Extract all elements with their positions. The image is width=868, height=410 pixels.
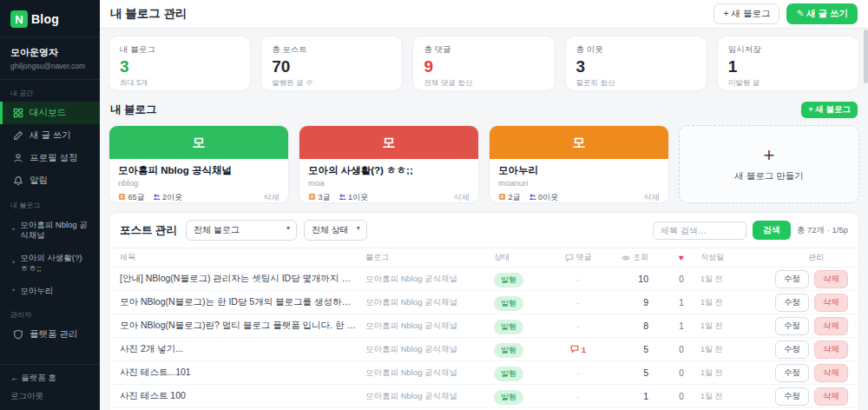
new-post-button[interactable]: ✎ 새 글 쓰기 (786, 3, 858, 24)
sidebar-blog-label: 모아홈피 Nblog 공식채널 (20, 220, 89, 241)
section-label-myspace: 내 공간 (0, 80, 100, 102)
posts-total-label: 총 72개 · 1/5p (797, 225, 848, 236)
topbar-actions: + 새 블로그 ✎ 새 글 쓰기 (713, 3, 858, 24)
new-blog-small-button[interactable]: + 새 블로그 (801, 102, 858, 118)
posts-title: 포스트 관리 (120, 223, 177, 238)
sidebar-item-notifications[interactable]: 알림 (0, 169, 100, 192)
post-likes: 0 (662, 345, 700, 354)
post-status: 발행 (494, 341, 548, 358)
post-likes: 1 (662, 298, 700, 308)
app-root: N Blog 모아운영자 ghiljongsu@naver.com 내 공간 대… (0, 0, 868, 410)
platform-home-link[interactable]: ← 플랫폼 홈 (10, 373, 89, 384)
edit-button[interactable]: 수정 (775, 270, 809, 288)
neighbors-count: 2이웃 (153, 192, 183, 203)
sidebar-blog-item-2[interactable]: • 모아의 사생활(?) ㅎㅎ;; (0, 247, 100, 280)
table-row: 모아 NBlog(N블로그)는 한 ID당 5개의 블로그를 생성하실수 있습니… (109, 290, 858, 314)
blog-banner: 모 (299, 126, 478, 159)
blog-banner: 모 (490, 126, 668, 159)
post-date: 1일 전 (700, 321, 756, 332)
delete-button[interactable]: 삭제 (814, 294, 848, 312)
content: 내 블로그 3 최대 5개 총 포스트 70 발행된 글 수 총 댓글 9 전체… (100, 29, 868, 410)
post-title[interactable]: 모아 NBlog(N블로그)란? 멀티 블로그 플랫폼 입니다. 한 사람이 여… (120, 320, 365, 332)
blog-filter-value: 전체 블로그 (194, 225, 240, 235)
blog-delete-link[interactable]: 삭제 (264, 192, 279, 203)
post-views: 5 (608, 344, 662, 354)
search-input[interactable] (653, 222, 746, 240)
bullet-icon: • (12, 258, 15, 268)
post-date: 1일 전 (700, 274, 756, 285)
edit-button[interactable]: 수정 (775, 294, 809, 312)
stat-label: 총 포스트 (272, 44, 391, 56)
stat-card-total-comments: 총 댓글 9 전체 댓글 합산 (412, 36, 555, 91)
plus-icon: + (764, 146, 775, 165)
scrollbar[interactable] (864, 30, 868, 410)
sidebar-item-profile-settings[interactable]: 프로필 설정 (0, 147, 100, 169)
blog-delete-link[interactable]: 삭제 (454, 192, 470, 203)
section-label-admin: 관리자 (0, 301, 100, 323)
post-blog: 모아홈피 Nblog 공식채널 (365, 367, 494, 379)
scrollbar-thumb[interactable] (864, 30, 868, 83)
blog-card-1[interactable]: 모 모아홈피 Nblog 공식채널 nblog 65글 2이웃 삭제 (108, 125, 289, 203)
blog-card-3[interactable]: 모 모아누리 moanuri 2글 0이웃 삭제 (489, 125, 669, 203)
posts-count: 2글 (498, 192, 521, 203)
post-title[interactable]: 사진 테스트 100 (120, 390, 365, 402)
delete-button[interactable]: 삭제 (814, 387, 848, 406)
edit-button[interactable]: 수정 (775, 364, 809, 382)
post-title[interactable]: [안내] NBlog(N블로그) 관리자는 셋팅시 ID당 몇개까지 블로그를 … (120, 273, 365, 285)
col-manage: 관리 (756, 252, 848, 263)
post-comments: - (548, 321, 608, 331)
sidebar-item-platform-admin[interactable]: 플랫폼 관리 (0, 323, 100, 346)
app-logo[interactable]: N Blog (0, 0, 100, 37)
edit-button[interactable]: 수정 (775, 317, 809, 335)
chevron-down-icon: ▾ (286, 224, 290, 232)
bell-icon (13, 175, 23, 186)
blog-delete-link[interactable]: 삭제 (644, 192, 660, 203)
post-title[interactable]: 사진 2개 넣기... (120, 343, 365, 355)
post-comments: - (548, 274, 608, 284)
delete-button[interactable]: 삭제 (814, 270, 848, 288)
post-date: 1일 전 (700, 344, 756, 355)
comment-icon (570, 345, 579, 354)
post-status: 발행 (494, 387, 548, 405)
col-comments: 댓글 (548, 252, 608, 263)
logout-link[interactable]: 로그아웃 (10, 391, 89, 402)
sidebar-item-dashboard[interactable]: 대시보드 (0, 102, 100, 124)
delete-button[interactable]: 삭제 (814, 364, 848, 382)
blog-filter-select[interactable]: 전체 블로그 ▾ (186, 220, 297, 241)
stat-card-drafts: 임시저장 1 미발행 글 (717, 36, 859, 91)
post-status: 발행 (494, 294, 548, 311)
create-blog-card[interactable]: + 새 블로그 만들기 (679, 125, 859, 203)
col-status: 상태 (494, 252, 548, 263)
posts-table-header: 제목 블로그 상태 댓글 조회 ♥ 작성일 관리 (109, 248, 858, 267)
blog-card-2[interactable]: 모 모아의 사생활(?) ㅎㅎ;; moa 3글 1이웃 삭제 (299, 125, 479, 203)
sidebar-footer: ← 플랫폼 홈 로그아웃 (0, 364, 100, 410)
post-blog: 모아홈피 Nblog 공식채널 (365, 274, 494, 285)
blog-initial: 모 (573, 135, 586, 151)
post-title[interactable]: 사진 테스트...101 (120, 367, 365, 379)
blog-card-footer: 3글 1이웃 삭제 (308, 192, 470, 203)
status-badge: 발행 (494, 367, 523, 381)
col-views: 조회 (608, 252, 662, 263)
sidebar-item-label: 플랫폼 관리 (30, 328, 77, 341)
sidebar-item-new-post[interactable]: 새 글 쓰기 (0, 124, 100, 147)
post-date: 1일 전 (700, 367, 756, 379)
post-likes: 0 (662, 274, 700, 284)
edit-button[interactable]: 수정 (775, 387, 809, 406)
new-blog-button[interactable]: + 새 블로그 (713, 3, 779, 24)
sidebar-blog-item-3[interactable]: • 모아누리 (0, 280, 100, 302)
delete-button[interactable]: 삭제 (814, 341, 848, 359)
post-manage: 수정 삭제 (756, 317, 848, 335)
blog-name: 모아홈피 Nblog 공식채널 (118, 164, 279, 177)
post-title[interactable]: 모아 NBlog(N블로그)는 한 ID당 5개의 블로그를 생성하실수 있습니… (120, 296, 365, 308)
table-row: 사진 테스트 100 모아홈피 Nblog 공식채널 발행 - 1 0 1일 전… (109, 384, 858, 407)
col-likes: ♥ (662, 253, 700, 262)
blog-card-body: 모아홈피 Nblog 공식채널 nblog 65글 2이웃 삭제 (109, 159, 288, 203)
sidebar-blog-item-1[interactable]: • 모아홈피 Nblog 공식채널 (0, 214, 100, 247)
status-filter-select[interactable]: 전체 상태 ▾ (304, 220, 367, 241)
edit-button[interactable]: 수정 (775, 341, 809, 359)
eye-icon (621, 254, 630, 262)
page-title: 내 블로그 관리 (110, 6, 187, 22)
delete-button[interactable]: 삭제 (814, 317, 848, 335)
search-button[interactable]: 검색 (753, 221, 791, 240)
logo-text: Blog (31, 12, 59, 26)
